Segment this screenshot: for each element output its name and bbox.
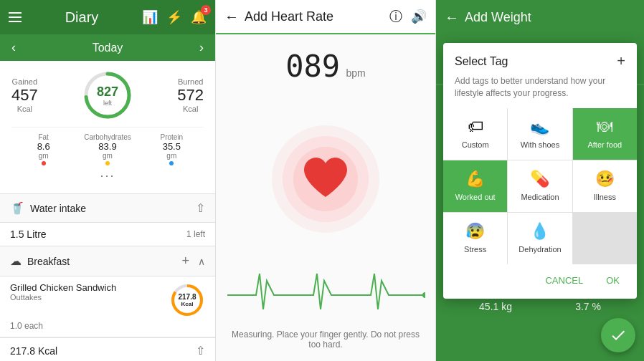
fat-dot — [42, 161, 46, 165]
protein-value: 35.5 — [140, 141, 204, 152]
dehydration-icon: 💧 — [530, 222, 549, 241]
weight-stats: 45.1 kg 3.7 % — [436, 295, 644, 318]
water-icon: 🥤 — [10, 201, 24, 215]
fat-value: 8.6 — [11, 141, 75, 152]
tag-with-shoes[interactable]: 👟With shoes — [508, 108, 572, 160]
tag-medication[interactable]: 💊Medication — [508, 160, 572, 212]
heart-footer-text: Measuring. Place your finger gently. Do … — [232, 329, 420, 350]
flash-icon[interactable]: ⚡ — [166, 9, 182, 25]
tag-dehydration[interactable]: 💧Dehydration — [508, 213, 572, 264]
heart-rings — [268, 122, 383, 236]
protein-macro: Protein 35.5 gm — [140, 133, 204, 165]
heart-rate-panel: ← Add Heart Rate ⓘ 🔊 089 bpm — [215, 0, 436, 361]
custom-label: Custom — [462, 140, 489, 150]
diary-panel: Diary 📊 ⚡ 🔔 ‹ Today › Gained 457 Kcal — [0, 0, 215, 361]
burned-calories: Burned 572 Kcal — [177, 77, 204, 113]
breakfast-icon: ☁ — [10, 254, 22, 268]
weight-header: ← Add Weight — [436, 0, 644, 34]
fat-label: Fat — [11, 133, 75, 141]
calories-ring: 827 left — [82, 69, 133, 121]
weight-title: Add Weight — [465, 10, 531, 25]
modal-subtitle: Add tags to better understand how your l… — [443, 75, 637, 108]
select-tag-modal: Select Tag + Add tags to better understa… — [443, 43, 637, 299]
heart-title: Add Heart Rate — [245, 9, 333, 24]
with-shoes-icon: 👟 — [530, 117, 549, 136]
burned-label: Burned — [177, 77, 204, 86]
food-item-brand: Outtakes — [10, 293, 116, 302]
food-kcal-value: 217.8 — [178, 293, 196, 301]
calories-left-value: 827 — [97, 85, 118, 100]
breakfast-label: Breakfast — [27, 256, 70, 267]
heart-volume-icon[interactable]: 🔊 — [411, 9, 427, 24]
prev-day-arrow[interactable]: ‹ — [11, 40, 16, 55]
gained-calories: Gained 457 Kcal — [11, 77, 38, 113]
macros-row: Fat 8.6 gm Carbohydrates 83.9 gm Protein… — [11, 127, 204, 165]
protein-label: Protein — [140, 133, 204, 141]
fat-macro: Fat 8.6 gm — [11, 133, 75, 165]
food-item[interactable]: Grilled Chicken Sandwich Outtakes 217.8 … — [0, 276, 215, 337]
burned-unit: Kcal — [177, 105, 204, 113]
carbs-macro: Carbohydrates 83.9 gm — [75, 133, 139, 165]
heart-animation — [216, 91, 435, 266]
carbs-label: Carbohydrates — [75, 133, 139, 141]
modal-title: Select Tag — [455, 55, 508, 68]
more-dots[interactable]: ··· — [11, 165, 204, 185]
add-breakfast-icon[interactable]: + — [181, 254, 189, 269]
notification-icon[interactable]: 🔔 — [191, 9, 207, 25]
heart-back-arrow[interactable]: ← — [224, 9, 239, 25]
modal-actions: CANCEL OK — [443, 265, 637, 299]
calories-left-label: left — [97, 100, 118, 107]
water-share-icon[interactable]: ⇧ — [196, 201, 205, 215]
protein-dot — [169, 161, 174, 165]
weight-stat-2: 3.7 % — [575, 301, 601, 312]
worked-out-icon: 💪 — [465, 170, 485, 188]
diary-nav: ‹ Today › — [0, 34, 215, 61]
medication-icon: 💊 — [530, 170, 549, 188]
fat-unit: gm — [11, 152, 75, 160]
bpm-value: 089 — [285, 49, 340, 84]
weight-stat-1: 45.1 kg — [479, 301, 512, 312]
with-shoes-label: With shoes — [521, 140, 559, 150]
ecg-container — [216, 266, 435, 324]
after-food-label: After food — [587, 140, 622, 150]
ok-button[interactable]: OK — [600, 271, 625, 290]
heart-header: ← Add Heart Rate ⓘ 🔊 — [216, 0, 435, 34]
bpm-unit: bpm — [346, 67, 366, 79]
water-remaining: 1 left — [186, 229, 205, 239]
water-label: Water intake — [30, 203, 86, 214]
water-section-header: 🥤 Water intake ⇧ — [0, 194, 215, 223]
weight-panel: ← Add Weight Select Tag + Add tags to be… — [436, 0, 644, 361]
collapse-breakfast-icon[interactable]: ∧ — [198, 256, 205, 267]
breakfast-section-header: ☁ Breakfast + ∧ — [0, 246, 215, 276]
food-kcal-unit: Kcal — [178, 301, 196, 307]
chart-icon[interactable]: 📊 — [142, 9, 158, 25]
diary-date: Today — [93, 42, 123, 54]
breakfast-share-icon[interactable]: ⇧ — [196, 344, 205, 357]
breakfast-total: 217.8 Kcal — [10, 345, 57, 357]
illness-label: Illness — [594, 193, 616, 202]
menu-icon[interactable] — [9, 12, 22, 22]
cancel-button[interactable]: CANCEL — [539, 271, 589, 290]
carbs-unit: gm — [75, 152, 139, 160]
fab-button[interactable] — [601, 318, 635, 352]
gained-unit: Kcal — [11, 105, 38, 113]
water-amount: 1.5 Litre — [10, 228, 47, 240]
breakfast-total-row: 217.8 Kcal ⇧ — [0, 337, 215, 361]
tag-illness[interactable]: 🤒Illness — [573, 160, 637, 212]
weight-back-arrow[interactable]: ← — [445, 9, 459, 26]
next-day-arrow[interactable]: › — [199, 40, 204, 55]
heart-info-icon[interactable]: ⓘ — [389, 8, 402, 25]
food-item-name: Grilled Chicken Sandwich — [10, 282, 116, 293]
medication-label: Medication — [521, 193, 559, 202]
carbs-value: 83.9 — [75, 141, 139, 152]
tag-stress[interactable]: 😰Stress — [443, 213, 507, 264]
stress-label: Stress — [464, 245, 486, 254]
bpm-display: 089 bpm — [216, 34, 435, 91]
protein-unit: gm — [140, 152, 204, 160]
modal-add-icon[interactable]: + — [617, 53, 625, 69]
tag-worked-out[interactable]: 💪Worked out — [443, 160, 507, 212]
tag-custom[interactable]: 🏷Custom — [443, 108, 507, 160]
tag-after-food[interactable]: 🍽After food — [573, 108, 637, 160]
diary-header: Diary 📊 ⚡ 🔔 — [0, 0, 215, 34]
heart-svg — [300, 155, 351, 202]
